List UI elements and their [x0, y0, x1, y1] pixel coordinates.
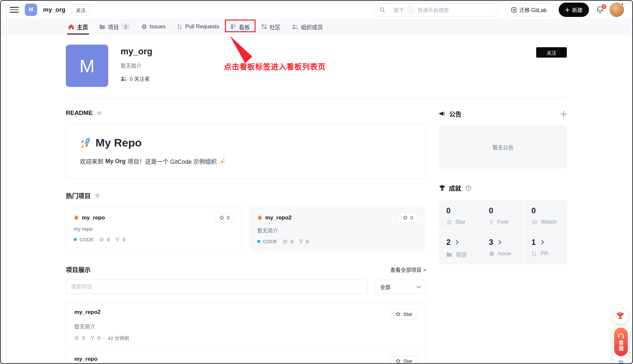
- chevron-right-icon[interactable]: [456, 240, 459, 245]
- project-name[interactable]: my_repo2: [74, 309, 100, 315]
- projects-count-badge: 2: [122, 23, 130, 30]
- folder-icon: [99, 24, 105, 30]
- popular-card-my_repo2[interactable]: my_repo2 0 暂无简介 CODE: [249, 206, 426, 251]
- popular-settings-gear-icon[interactable]: [95, 193, 100, 198]
- project-description: 暂无简介: [74, 322, 418, 330]
- star-icon: [74, 335, 79, 340]
- popular-star-count: 0: [410, 215, 413, 220]
- chevron-right-icon[interactable]: [498, 240, 501, 245]
- popular-card-my_repo[interactable]: my_repo 0 my repo CODE: [66, 206, 242, 251]
- import-icon: [511, 7, 517, 13]
- issue-icon: [489, 251, 494, 257]
- new-button[interactable]: 新建: [559, 3, 589, 17]
- announcement-empty-box: 暂无公告: [439, 125, 567, 169]
- popular-repo-name[interactable]: my_repo2: [265, 215, 291, 221]
- user-avatar[interactable]: [610, 3, 624, 17]
- achievement-value: 1: [531, 238, 536, 247]
- forks-count: 0: [97, 335, 100, 341]
- achievement-label: Fork: [497, 219, 508, 225]
- chevron-down-icon: [417, 286, 421, 288]
- tab-community[interactable]: 社区: [261, 19, 281, 35]
- tab-label: 项目: [108, 23, 119, 31]
- language-label: CODE: [80, 237, 94, 242]
- tab-members[interactable]: 组织成员: [292, 19, 323, 35]
- search-placeholder-prefix: 按下: [393, 6, 404, 14]
- tab-label: 看板: [239, 23, 250, 31]
- migrate-gitlab-button[interactable]: 迁移 GitLab: [505, 3, 553, 17]
- trophy-icon: [439, 185, 445, 191]
- issue-icon: [141, 24, 147, 30]
- migrate-gitlab-label: 迁移 GitLab: [519, 6, 547, 14]
- meta-separator: ·: [103, 335, 105, 341]
- tab-home[interactable]: 主页: [68, 19, 88, 35]
- achievement-projects: 2 项目: [439, 232, 482, 264]
- tab-label: 社区: [270, 23, 281, 31]
- achievement-value: 0: [489, 206, 493, 215]
- global-search-input[interactable]: 按下 / 快速开启搜索: [374, 3, 499, 17]
- rocket-icon: [80, 137, 91, 148]
- tab-label: Issues: [150, 23, 166, 30]
- org-avatar-letter: M: [80, 55, 95, 77]
- readme-body: 欢迎来到 My Org 项目！这是一个 GitCode 示例组织: [80, 157, 412, 165]
- achievement-star: 0 Star: [439, 200, 482, 232]
- hero-divider: [66, 98, 567, 98]
- add-announcement-icon[interactable]: [560, 111, 567, 117]
- readme-settings-gear-icon[interactable]: [96, 110, 102, 116]
- popular-title: 热门项目: [66, 191, 91, 200]
- popular-repo-description: 暂无简介: [257, 226, 418, 234]
- top-header: M my_org 关注 按下 / 快速开启搜索 迁移 GitLab: [1, 1, 632, 19]
- suggestion-box-icon[interactable]: [617, 359, 625, 364]
- achievements-float-button[interactable]: [612, 308, 628, 324]
- megaphone-icon: [439, 111, 446, 117]
- star-button-label: Star: [403, 311, 412, 317]
- trophy-icon: [616, 312, 624, 320]
- hamburger-menu-icon[interactable]: [10, 7, 19, 13]
- language-label: CODE: [263, 239, 277, 244]
- forks-count: 0: [306, 239, 309, 244]
- org-hero: M my_org 暂无简介 0 关注者 关注: [66, 45, 567, 87]
- star-button[interactable]: Star: [390, 356, 418, 364]
- notifications-bell[interactable]: 9: [596, 6, 604, 14]
- achievement-issues: 3 Issue: [482, 232, 524, 264]
- tab-label: 主页: [77, 23, 88, 31]
- follow-button[interactable]: 关注: [536, 47, 567, 58]
- star-icon: [283, 239, 287, 244]
- tab-issues[interactable]: Issues: [141, 19, 166, 35]
- project-filter-select[interactable]: 全部: [375, 280, 426, 294]
- announcement-empty-text: 暂无公告: [493, 143, 513, 151]
- party-popper-icon: [219, 158, 226, 164]
- popular-repo-name[interactable]: my_repo: [82, 215, 105, 221]
- star-icon: [396, 358, 401, 363]
- view-all-projects-link[interactable]: 查看全部项目 >: [390, 266, 426, 273]
- project-row-my_repo[interactable]: my_repo Star my repo: [66, 349, 426, 364]
- tab-pull-requests[interactable]: Pull Requests: [177, 19, 219, 35]
- star-icon: [403, 215, 408, 220]
- forks-count: 0: [123, 237, 125, 242]
- stars-count: 0: [107, 237, 110, 242]
- announcement-title: 公告: [449, 109, 462, 118]
- tab-kanban[interactable]: 看板: [230, 19, 250, 35]
- achievement-value: 0: [446, 206, 450, 215]
- project-search-input[interactable]: [66, 280, 368, 294]
- project-name[interactable]: my_repo: [74, 356, 97, 362]
- home-icon: [68, 24, 74, 30]
- popular-star-count-badge[interactable]: 0: [398, 213, 418, 222]
- readme-body-suffix: 项目！这是一个 GitCode 示例组织: [127, 157, 217, 165]
- fire-icon: [257, 215, 262, 221]
- header-follow-chip[interactable]: 关注: [71, 5, 90, 15]
- star-button-label: Star: [403, 358, 412, 364]
- help-circle-icon[interactable]: ?: [465, 185, 471, 191]
- project-row-my_repo2[interactable]: my_repo2 Star 暂无简介: [66, 302, 426, 349]
- chevron-right-icon[interactable]: [541, 240, 544, 245]
- tab-projects[interactable]: 项目 2: [99, 19, 130, 35]
- star-icon: [219, 215, 224, 220]
- star-icon: [396, 312, 401, 316]
- org-chip-avatar[interactable]: M: [25, 4, 37, 16]
- org-nav-tabs: 主页 项目 2 Issues Pull Requests 看板: [1, 19, 632, 35]
- star-icon: [446, 219, 452, 225]
- customer-service-button[interactable]: 客服: [614, 328, 628, 356]
- pull-request-icon: [531, 251, 537, 257]
- plus-icon: [565, 8, 569, 12]
- popular-star-count-badge[interactable]: 0: [214, 213, 234, 222]
- star-button[interactable]: Star: [390, 309, 418, 319]
